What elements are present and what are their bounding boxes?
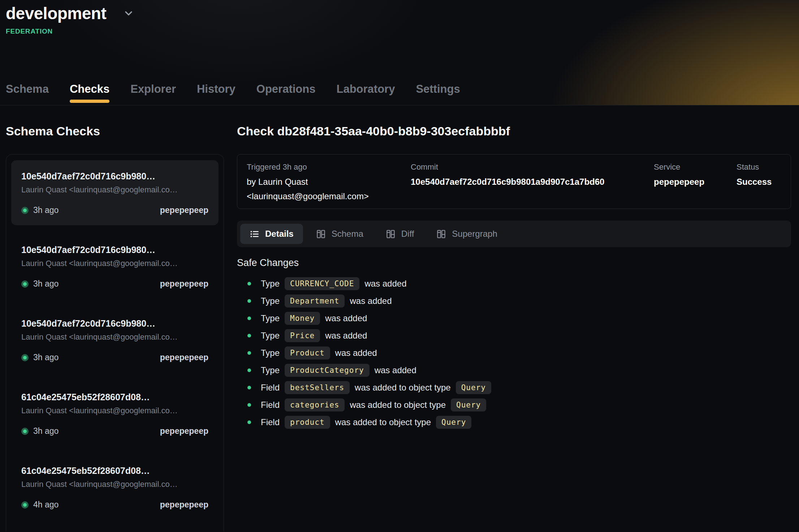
change-row: Type Department was added bbox=[237, 292, 791, 309]
bullet-dot-icon bbox=[247, 317, 251, 320]
check-list-item[interactable]: 10e540d7aef72c0d716c9b980… Laurin Quast … bbox=[11, 234, 219, 299]
check-service: pepepepeep bbox=[160, 279, 208, 289]
bullet-dot-icon bbox=[247, 282, 251, 285]
change-code: product bbox=[285, 416, 330, 429]
bullet-dot-icon bbox=[247, 299, 251, 303]
tab-history[interactable]: History bbox=[197, 83, 236, 105]
success-dot-icon bbox=[21, 207, 29, 214]
commit-label: Commit bbox=[411, 162, 649, 172]
view-tab-label: Supergraph bbox=[452, 229, 497, 239]
success-dot-icon bbox=[21, 280, 29, 288]
change-code: categories bbox=[285, 398, 345, 411]
tab-settings[interactable]: Settings bbox=[416, 83, 460, 105]
check-meta-row: 4h ago pepepepeep bbox=[21, 500, 208, 510]
bullet-dot-icon bbox=[247, 369, 251, 372]
change-suffix: was added to object type bbox=[350, 400, 446, 410]
change-prefix: Type bbox=[261, 313, 280, 323]
check-service: pepepepeep bbox=[160, 353, 208, 362]
change-code: Money bbox=[285, 312, 320, 325]
change-prefix: Field bbox=[261, 383, 280, 393]
change-suffix: was added to object type bbox=[335, 417, 431, 427]
check-author: Laurin Quast <laurinquast@googlemail.co… bbox=[21, 259, 208, 268]
change-code-secondary: Query bbox=[456, 381, 491, 394]
change-suffix: was added bbox=[325, 331, 367, 341]
change-row: Type ProductCategory was added bbox=[237, 362, 791, 379]
view-tab-schema[interactable]: Schema bbox=[307, 224, 373, 244]
view-tab-diff[interactable]: Diff bbox=[376, 224, 424, 244]
change-row: Type Price was added bbox=[237, 327, 791, 344]
change-row: Field product was added to object type Q… bbox=[237, 414, 791, 431]
check-hash: 61c04e25475eb52f28607d08… bbox=[21, 392, 208, 402]
check-hash: 10e540d7aef72c0d716c9b980… bbox=[21, 245, 208, 255]
change-prefix: Field bbox=[261, 400, 280, 410]
tab-schema[interactable]: Schema bbox=[6, 83, 49, 105]
check-list-item[interactable]: 10e540d7aef72c0d716c9b980… Laurin Quast … bbox=[11, 308, 219, 372]
change-prefix: Type bbox=[261, 348, 280, 358]
check-meta-row: 3h ago pepepepeep bbox=[21, 205, 208, 215]
change-row: Field bestSellers was added to object ty… bbox=[237, 379, 791, 396]
check-service: pepepepeep bbox=[160, 426, 208, 436]
check-time: 3h ago bbox=[33, 353, 59, 362]
change-suffix: was added bbox=[375, 365, 416, 375]
bullet-dot-icon bbox=[247, 420, 251, 424]
change-code: bestSellers bbox=[285, 381, 350, 394]
tab-checks[interactable]: Checks bbox=[70, 83, 109, 105]
change-prefix: Type bbox=[261, 279, 280, 289]
columns-icon bbox=[436, 229, 446, 239]
page-title: development bbox=[6, 4, 106, 23]
columns-icon bbox=[386, 229, 396, 239]
change-row: Field categories was added to object typ… bbox=[237, 396, 791, 413]
change-row: Type Money was added bbox=[237, 310, 791, 327]
sidebar-title: Schema Checks bbox=[6, 124, 224, 138]
change-suffix: was added bbox=[364, 279, 406, 289]
checks-list-panel: 10e540d7aef72c0d716c9b980… Laurin Quast … bbox=[6, 154, 224, 532]
view-tab-details[interactable]: Details bbox=[240, 224, 303, 244]
check-list-item[interactable]: 61c04e25475eb52f28607d08… Laurin Quast <… bbox=[11, 455, 219, 520]
commit-value: 10e540d7aef72c0d716c9b9801a9d907c1a7bd60 bbox=[411, 175, 649, 189]
change-code: Price bbox=[285, 329, 320, 342]
check-hash: 61c04e25475eb52f28607d08… bbox=[21, 466, 208, 476]
change-prefix: Type bbox=[261, 365, 280, 375]
check-time: 4h ago bbox=[33, 500, 59, 510]
view-tab-label: Schema bbox=[332, 229, 363, 239]
check-list-item[interactable]: 61c04e25475eb52f28607d08… Laurin Quast <… bbox=[11, 381, 219, 446]
tab-operations[interactable]: Operations bbox=[256, 83, 316, 105]
change-code: CURRENCY_CODE bbox=[285, 277, 359, 290]
view-tab-supergraph[interactable]: Supergraph bbox=[427, 224, 506, 244]
change-code: Department bbox=[285, 295, 345, 308]
check-service: pepepepeep bbox=[160, 500, 208, 510]
chevron-down-icon[interactable] bbox=[123, 8, 134, 19]
triggered-by-value: by Laurin Quast <laurinquast@googlemail.… bbox=[247, 175, 406, 204]
triggered-label: Triggered 3h ago bbox=[247, 162, 406, 172]
status-label: Status bbox=[737, 162, 781, 172]
check-time: 3h ago bbox=[33, 279, 59, 289]
check-author: Laurin Quast <laurinquast@googlemail.co… bbox=[21, 332, 208, 342]
view-tab-label: Details bbox=[265, 229, 294, 239]
change-code: Product bbox=[285, 346, 330, 359]
tab-laboratory[interactable]: Laboratory bbox=[336, 83, 395, 105]
success-dot-icon bbox=[21, 354, 29, 361]
tab-explorer[interactable]: Explorer bbox=[130, 83, 176, 105]
check-author: Laurin Quast <laurinquast@googlemail.co… bbox=[21, 406, 208, 415]
change-code: ProductCategory bbox=[285, 364, 370, 377]
check-author: Laurin Quast <laurinquast@googlemail.co… bbox=[21, 185, 208, 195]
change-prefix: Field bbox=[261, 417, 280, 427]
check-detail-title: Check db28f481-35aa-40b0-b8b9-303ecfabbb… bbox=[237, 124, 791, 138]
service-value: pepepepeep bbox=[654, 175, 731, 189]
check-service: pepepepeep bbox=[160, 205, 208, 215]
bullet-dot-icon bbox=[247, 334, 251, 337]
change-suffix: was added bbox=[325, 313, 367, 323]
federation-badge: FEDERATION bbox=[6, 27, 793, 35]
check-hash: 10e540d7aef72c0d716c9b980… bbox=[21, 171, 208, 182]
service-cell: Service pepepepeep bbox=[654, 162, 731, 204]
top-nav: Schema Checks Explorer History Operation… bbox=[6, 83, 793, 105]
view-tab-label: Diff bbox=[401, 229, 414, 239]
change-suffix: was added bbox=[335, 348, 377, 358]
change-code-secondary: Query bbox=[451, 398, 486, 411]
change-suffix: was added bbox=[350, 296, 392, 306]
schema-checks-sidebar: Schema Checks 10e540d7aef72c0d716c9b980…… bbox=[6, 105, 224, 532]
safe-changes-list: Type CURRENCY_CODE was added Type Depart… bbox=[237, 275, 791, 431]
check-list-item[interactable]: 10e540d7aef72c0d716c9b980… Laurin Quast … bbox=[11, 160, 219, 225]
success-dot-icon bbox=[21, 501, 29, 509]
columns-icon bbox=[316, 229, 326, 239]
